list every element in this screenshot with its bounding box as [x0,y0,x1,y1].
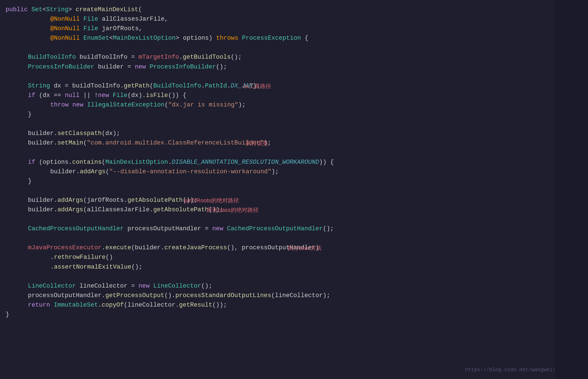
code-line-12: } [6,110,580,119]
code-line-15: builder.setMain("com.android.multidex.Cl… [6,138,580,148]
code-line-4: @NonNull EnumSet<MainDexListOption> opti… [6,34,580,43]
code-line-2: @NonNull File allClassesJarFile, [6,15,580,24]
code-line-33: } [6,310,580,319]
code-line-32: return ImmutableSet.copyOf(lineCollector… [6,300,580,310]
code-line-23 [6,215,580,224]
code-line-27: .rethrowFailure() [6,253,580,262]
code-line-21: builder.addArgs(jarOfRoots.getAbsolutePa… [6,196,580,205]
code-line-22: builder.addArgs(allClassesJarFile.getAbs… [6,205,580,215]
code-line-29 [6,272,580,281]
code-line-8 [6,72,580,81]
code-line-25 [6,234,580,243]
code-line-20 [6,186,580,196]
code-editor: public Set<String> createMainDexList( @N… [0,0,588,379]
code-line-26: mJavaProcessExecutor.execute(builder.cre… [6,243,580,253]
code-line-5 [6,43,580,53]
code-line-7: ProcessInfoBuilder builder = new Process… [6,62,580,72]
sidebar [554,0,588,379]
code-line-14: builder.setClasspath(dx); [6,129,580,138]
code-line-30: LineCollector lineCollector = new LineCo… [6,281,580,291]
code-line-11: throw new IllegalStateException("dx.jar … [6,100,580,110]
code-line-17: if (options.contains(MainDexListOption.D… [6,158,580,167]
code-line-24: CachedProcessOutputHandler processOutput… [6,224,580,234]
code-line-28: .assertNormalExitValue(); [6,262,580,272]
code-line-10: if (dx == null || !new File(dx).isFile()… [6,91,580,100]
code-line-9: String dx = buildToolInfo.getPath(BuildT… [6,81,580,91]
code-line-6: BuildToolInfo buildToolInfo = mTargetInf… [6,53,580,62]
code-line-16 [6,148,580,157]
code-line-1: public Set<String> createMainDexList( [6,5,580,15]
code-line-13 [6,119,580,129]
code-line-31: processOutputHandler.getProcessOutput().… [6,291,580,300]
code-line-3: @NonNull File jarOfRoots, [6,24,580,34]
code-line-18: builder.addArgs("--disable-annotation-re… [6,167,580,177]
code-line-19: } [6,177,580,186]
